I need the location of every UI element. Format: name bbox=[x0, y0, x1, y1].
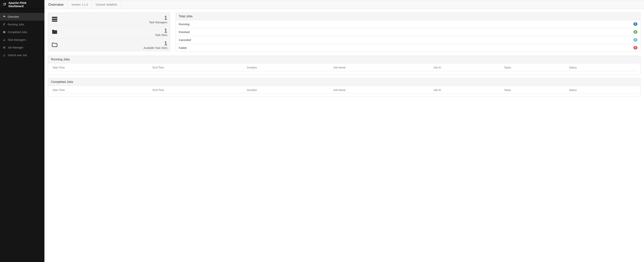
svg-rect-6 bbox=[4, 39, 4, 39]
col-duration[interactable]: Duration bbox=[245, 86, 332, 94]
stat-label: Task Managers bbox=[149, 21, 167, 24]
version-label: Version: 1.1.3 bbox=[68, 0, 92, 9]
total-jobs-heading: Total Jobs bbox=[176, 13, 640, 20]
col-job-name[interactable]: Job Name bbox=[332, 86, 432, 94]
svg-rect-14 bbox=[52, 19, 57, 20]
content: 1 Task Managers 1 Task Slots bbox=[44, 9, 644, 104]
sidebar-item-label: Overview bbox=[8, 15, 19, 18]
sidebar-item-job-manager[interactable]: Job Manager bbox=[0, 44, 44, 51]
total-jobs-failed[interactable]: Failed 0 bbox=[176, 44, 640, 52]
brand-title: Apache Flink Dashboard bbox=[8, 1, 42, 8]
col-status[interactable]: Status bbox=[568, 86, 638, 94]
svg-rect-4 bbox=[3, 25, 4, 25]
job-status-label: Failed bbox=[179, 46, 186, 50]
completed-jobs-heading: Completed Jobs bbox=[48, 78, 640, 86]
sidebar-item-running-jobs[interactable]: Running Jobs bbox=[0, 20, 44, 28]
sidebar-item-task-managers[interactable]: Task Managers bbox=[0, 36, 44, 44]
stat-task-slots: 1 Task Slots bbox=[48, 26, 170, 38]
stat-value: 1 bbox=[149, 14, 167, 21]
svg-rect-13 bbox=[52, 17, 57, 18]
running-jobs-panel: Running Jobs Start Time End Time Duratio… bbox=[48, 56, 640, 74]
sidebar-item-submit-job[interactable]: Submit new Job bbox=[0, 51, 44, 59]
folder-open-icon bbox=[51, 42, 59, 48]
completed-jobs-panel: Completed Jobs Start Time End Time Durat… bbox=[48, 78, 640, 97]
completed-jobs-table: Start Time End Time Duration Job Name Jo… bbox=[51, 86, 638, 94]
svg-rect-8 bbox=[4, 40, 4, 41]
col-end-time[interactable]: End Time bbox=[151, 86, 245, 94]
stat-value: 1 bbox=[144, 40, 167, 46]
folder-icon bbox=[51, 29, 59, 35]
stat-label: Available Task Slots bbox=[144, 46, 167, 50]
sidebar-item-label: Running Jobs bbox=[8, 23, 24, 26]
stat-label: Task Slots bbox=[155, 34, 167, 36]
check-circle-icon bbox=[3, 30, 6, 34]
main: Overview Version: 1.1.3 Commit: 8e8d454 … bbox=[44, 0, 644, 262]
dashboard-icon bbox=[3, 15, 6, 18]
sitemap-icon bbox=[3, 38, 6, 41]
svg-rect-12 bbox=[3, 56, 5, 56]
sidebar-item-overview[interactable]: Overview bbox=[0, 13, 44, 20]
svg-rect-9 bbox=[5, 40, 5, 41]
col-job-id[interactable]: Job ID bbox=[432, 86, 502, 94]
col-end-time[interactable]: End Time bbox=[151, 63, 245, 71]
svg-point-5 bbox=[3, 31, 6, 33]
page-title: Overview bbox=[44, 0, 68, 9]
topbar: Overview Version: 1.1.3 Commit: 8e8d454 bbox=[44, 0, 644, 9]
brand[interactable]: Apache Flink Dashboard bbox=[0, 0, 44, 9]
svg-point-0 bbox=[3, 3, 6, 6]
stat-task-managers: 1 Task Managers bbox=[48, 13, 170, 26]
sidebar: Apache Flink Dashboard Overview Running … bbox=[0, 0, 44, 262]
sidebar-item-label: Submit new Job bbox=[8, 54, 27, 57]
sidebar-nav: Overview Running Jobs Completed Jobs Tas… bbox=[0, 9, 44, 59]
svg-rect-2 bbox=[3, 24, 6, 24]
job-status-label: Canceled bbox=[179, 38, 191, 42]
total-jobs-list: Running 0 Finished 0 Canceled 0 Failed bbox=[176, 20, 640, 52]
col-job-name[interactable]: Job Name bbox=[332, 63, 432, 71]
cluster-stats-panel: 1 Task Managers 1 Task Slots bbox=[48, 12, 170, 51]
svg-rect-3 bbox=[3, 24, 5, 24]
sidebar-item-label: Task Managers bbox=[8, 38, 26, 41]
svg-rect-15 bbox=[52, 20, 57, 22]
sidebar-item-label: Job Manager bbox=[8, 46, 24, 49]
job-status-label: Running bbox=[179, 22, 190, 26]
upload-icon bbox=[3, 54, 6, 57]
server-icon bbox=[3, 46, 6, 49]
col-tasks[interactable]: Tasks bbox=[502, 86, 568, 94]
col-job-id[interactable]: Job ID bbox=[432, 63, 502, 71]
svg-rect-7 bbox=[3, 40, 4, 41]
job-count-badge: 0 bbox=[634, 22, 638, 26]
job-status-label: Finished bbox=[179, 30, 190, 34]
col-start-time[interactable]: Start Time bbox=[51, 86, 151, 94]
server-stack-icon bbox=[51, 16, 59, 22]
col-duration[interactable]: Duration bbox=[245, 63, 332, 71]
stat-available-task-slots: 1 Available Task Slots bbox=[48, 38, 170, 51]
job-count-badge: 0 bbox=[634, 38, 638, 42]
svg-rect-10 bbox=[3, 47, 6, 47]
commit-label: Commit: 8e8d454 bbox=[92, 0, 121, 9]
flink-logo-icon bbox=[3, 2, 6, 7]
total-jobs-panel: Total Jobs Running 0 Finished 0 Canceled bbox=[176, 12, 640, 52]
total-jobs-running[interactable]: Running 0 bbox=[176, 20, 640, 28]
col-tasks[interactable]: Tasks bbox=[502, 63, 568, 71]
total-jobs-canceled[interactable]: Canceled 0 bbox=[176, 36, 640, 44]
job-count-badge: 0 bbox=[634, 46, 638, 50]
col-status[interactable]: Status bbox=[568, 63, 638, 71]
svg-rect-11 bbox=[3, 48, 6, 48]
total-jobs-finished[interactable]: Finished 0 bbox=[176, 28, 640, 36]
sidebar-item-label: Completed Jobs bbox=[8, 30, 27, 34]
running-jobs-heading: Running Jobs bbox=[48, 56, 640, 63]
running-jobs-table: Start Time End Time Duration Job Name Jo… bbox=[51, 63, 638, 71]
job-count-badge: 0 bbox=[634, 30, 638, 34]
stat-value: 1 bbox=[155, 28, 167, 34]
col-start-time[interactable]: Start Time bbox=[51, 63, 151, 71]
tasks-icon bbox=[3, 23, 6, 26]
sidebar-item-completed-jobs[interactable]: Completed Jobs bbox=[0, 28, 44, 36]
